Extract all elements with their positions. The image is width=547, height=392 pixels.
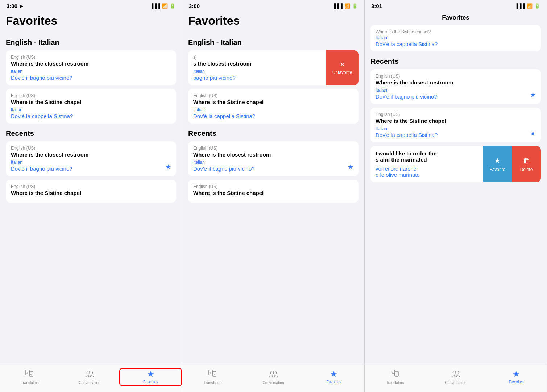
favorites-icon-1: ★ xyxy=(147,370,154,379)
fav-card-1-1-tgt-lang: Italian xyxy=(11,69,171,74)
wifi-icon: 📶 xyxy=(162,3,168,9)
recent-card-1-1-src-text: Where is the closest restroom xyxy=(11,151,171,158)
recent-card-2-2-src-lang: English (US) xyxy=(193,184,353,189)
tab-conversation-1[interactable]: Conversation xyxy=(60,368,120,386)
favorite-action-icon: ★ xyxy=(494,156,501,165)
recent-card-3-1[interactable]: English (US) Where is the closest restro… xyxy=(370,69,541,104)
tab-favorites-2[interactable]: ★ Favorites xyxy=(304,368,364,386)
time-1: 3:00 ► xyxy=(7,3,24,9)
recent-card-2-1-tgt-lang: Italian xyxy=(193,160,353,165)
time-3: 3:01 xyxy=(371,3,382,9)
tab-translation-label-2: Translation xyxy=(204,381,221,385)
recents-header-3: Recents xyxy=(370,57,541,66)
page-content-1: Favorites English - Italian English (US)… xyxy=(0,11,182,392)
recent-card-2-1[interactable]: English (US) Where is the closest restro… xyxy=(188,141,359,176)
tab-translation-label-1: Translation xyxy=(21,381,39,385)
panel-3: 3:01 ▐▐▐ 📶 🔋 Favorites Where is the Sist… xyxy=(365,0,547,392)
recent-card-3-1-src-text: Where is the closest restroom xyxy=(376,79,536,86)
fav-card-1-1-src-text: Where is the closest restroom xyxy=(11,61,171,67)
recent-card-3-3-tgt-text: vorrei ordinare lee le olive marinate xyxy=(376,166,479,178)
fav-card-2-2-src-lang: English (US) xyxy=(193,93,353,98)
recent-card-2-1-tgt-text: Dov'è il bagno più vicino? xyxy=(193,166,353,172)
recent-card-1-1-tgt-lang: Italian xyxy=(11,160,171,165)
tab-translation-2[interactable]: A A Translation xyxy=(182,368,243,386)
tab-conversation-3[interactable]: Conversation xyxy=(425,368,486,386)
fav-card-1-2-src-text: Where is the Sistine chapel xyxy=(11,99,171,105)
fav-card-1-2[interactable]: English (US) Where is the Sistine chapel… xyxy=(6,89,176,124)
fav-card-2-1[interactable]: s) s the closest restroom Italian bagno … xyxy=(188,50,359,85)
favorite-action-btn[interactable]: ★ Favorite xyxy=(483,146,512,182)
tab-favorites-1[interactable]: ★ Favorites xyxy=(119,368,182,386)
top-card-3-tgt-lang: Italian xyxy=(376,35,536,40)
recent-card-3-2[interactable]: English (US) Where is the Sistine chapel… xyxy=(370,108,541,142)
battery-icon: 🔋 xyxy=(170,3,175,9)
tab-translation-3[interactable]: A A Translation xyxy=(365,368,425,386)
panel-1-bottom: A A Translation Conversation xyxy=(0,384,182,392)
page-content-2: Favorites English - Italian s) s the clo… xyxy=(182,11,364,392)
page-content-3: Favorites Where is the Sistine chapel? I… xyxy=(365,11,547,392)
favorite-action-label: Favorite xyxy=(489,167,505,172)
fav-card-2-2[interactable]: English (US) Where is the Sistine chapel… xyxy=(188,89,359,124)
recent-card-2-1-src-lang: English (US) xyxy=(193,146,353,151)
recent-card-1-2[interactable]: English (US) Where is the Sistine chapel xyxy=(6,180,176,203)
unfavorite-icon: ✕ xyxy=(340,61,345,68)
fav-card-2-2-src-text: Where is the Sistine chapel xyxy=(193,99,353,105)
fav-card-1-1[interactable]: English (US) Where is the closest restro… xyxy=(6,50,176,85)
recent-card-1-2-src-text: Where is the Sistine chapel xyxy=(11,190,171,196)
signal-icon: ▐▐▐ xyxy=(150,3,160,9)
delete-action-icon: 🗑 xyxy=(523,157,530,165)
fav-card-2-2-tgt-lang: Italian xyxy=(193,107,353,112)
tab-conversation-2[interactable]: Conversation xyxy=(243,368,303,386)
fav-card-2-2-tgt-text: Dov'è la cappella Sistina? xyxy=(193,113,353,119)
favorites-icon-3: ★ xyxy=(513,370,520,379)
status-icons-1: ▐▐▐ 📶 🔋 xyxy=(150,3,175,9)
star-icon-1-1: ★ xyxy=(165,163,171,171)
recent-card-2-2[interactable]: English (US) Where is the Sistine chapel xyxy=(188,180,359,203)
recents-header-1: Recents xyxy=(6,129,176,138)
recent-card-3-1-src-lang: English (US) xyxy=(376,74,536,79)
svg-text:A: A xyxy=(392,371,394,375)
conversation-icon-2 xyxy=(269,370,278,380)
tab-conversation-label-1: Conversation xyxy=(79,381,100,385)
recent-card-3-2-src-text: Where is the Sistine chapel xyxy=(376,118,536,124)
fav-card-1-1-src-lang: English (US) xyxy=(11,55,171,60)
tab-favorites-label-2: Favorites xyxy=(327,380,341,384)
fav-card-2-1-src-text: s the closest restroom xyxy=(193,61,322,67)
panel-2: 3:00 ▐▐▐ 📶 🔋 Favorites English - Italian… xyxy=(182,0,365,392)
recents-header-2: Recents xyxy=(188,129,359,138)
swipe-actions-3: ★ Favorite 🗑 Delete xyxy=(483,146,541,182)
recent-card-3-2-tgt-text: Dov'è la cappella Sistina? xyxy=(376,132,536,138)
tab-translation-1[interactable]: A A Translation xyxy=(0,368,60,386)
time-2: 3:00 xyxy=(189,3,200,9)
tab-bar-1: A A Translation Conversation xyxy=(0,365,182,392)
panel-3-bottom: A A Translation Conversation xyxy=(365,384,547,392)
top-card-3[interactable]: Where is the Sistine chapel? Italian Dov… xyxy=(370,25,541,51)
fav-card-2-1-src-lang: s) xyxy=(193,55,322,60)
tab-bar-3: A A Translation Conversation xyxy=(365,365,547,392)
recent-card-2-2-src-text: Where is the Sistine chapel xyxy=(193,190,353,196)
recent-card-1-2-src-lang: English (US) xyxy=(11,184,171,189)
status-bar-1: 3:00 ► ▐▐▐ 📶 🔋 xyxy=(0,0,182,11)
recent-card-3-1-tgt-text: Dov'è il bagno più vicino? xyxy=(376,93,536,100)
battery-icon-3: 🔋 xyxy=(534,3,540,9)
status-icons-3: ▐▐▐ 📶 🔋 xyxy=(515,3,540,9)
fav-card-2-1-tgt-text: bagno più vicino? xyxy=(193,75,322,81)
status-bar-2: 3:00 ▐▐▐ 📶 🔋 xyxy=(182,0,364,11)
recent-card-3-3[interactable]: I would like to order thes and the marin… xyxy=(370,146,541,182)
recent-card-3-3-src-text: I would like to order thes and the marin… xyxy=(376,150,479,163)
recent-card-1-1[interactable]: English (US) Where is the closest restro… xyxy=(6,141,176,176)
tab-favorites-label-3: Favorites xyxy=(509,380,524,384)
svg-text:A: A xyxy=(30,373,32,376)
fav-card-1-2-tgt-lang: Italian xyxy=(11,107,171,112)
unfavorite-action[interactable]: ✕ Unfavorite xyxy=(326,50,359,85)
delete-action-btn[interactable]: 🗑 Delete xyxy=(512,146,541,182)
tab-favorites-label-1: Favorites xyxy=(143,380,158,384)
tab-bar-2: A A Translation Conversation xyxy=(182,365,364,392)
star-icon-3-1: ★ xyxy=(530,91,536,99)
translation-icon-1: A A xyxy=(25,370,34,380)
fav-card-2-1-tgt-lang: Italian xyxy=(193,69,322,74)
recent-card-3-2-tgt-lang: Italian xyxy=(376,126,536,131)
tab-favorites-3[interactable]: ★ Favorites xyxy=(486,368,547,386)
signal-icon-3: ▐▐▐ xyxy=(515,3,525,9)
favorites-header-1: English - Italian xyxy=(6,38,176,47)
